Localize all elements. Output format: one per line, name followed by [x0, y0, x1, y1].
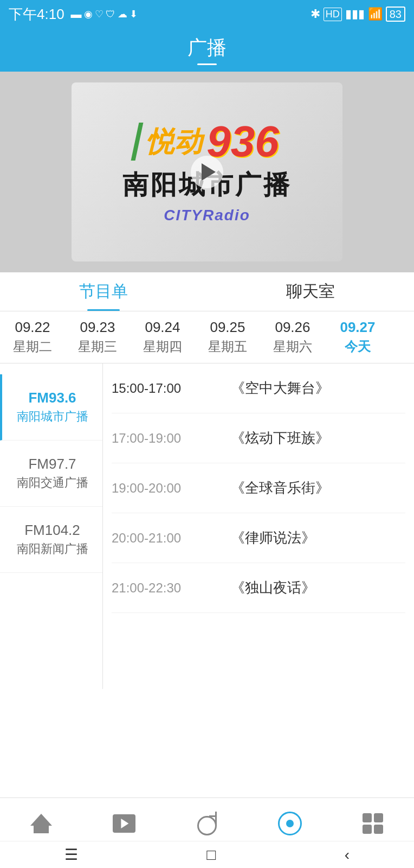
spacer: [0, 689, 414, 770]
schedule-list: 15:00-17:00 《空中大舞台》 17:00-19:00 《炫动下班族》 …: [103, 363, 414, 689]
schedule-item-0[interactable]: 15:00-17:00 《空中大舞台》: [112, 363, 405, 413]
video-icon: [113, 814, 135, 833]
tab-chat[interactable]: 聊天室: [207, 272, 414, 311]
station-fm936[interactable]: FM93.6 南阳城市广播: [0, 374, 102, 441]
status-time: 下午4:10: [9, 5, 64, 24]
grid-icon: [363, 813, 383, 834]
logo-city-radio-en: CITYRadio: [164, 207, 250, 224]
system-home-btn[interactable]: □: [206, 846, 216, 864]
signal-hd-icon: HD: [324, 8, 342, 21]
system-nav: ☰ □ ‹: [0, 841, 414, 868]
date-0925[interactable]: 09.25 星期五: [195, 311, 260, 363]
report-icon-wrap: [195, 811, 219, 836]
status-bar: 下午4:10 ▬ ◉ ♡ 🛡 ☁ ⬇ ✱ HD ▮▮▮ 📶 83: [0, 0, 414, 28]
signal-bars-icon: ▮▮▮: [345, 7, 365, 21]
page-title: 广播: [187, 35, 227, 61]
date-0924[interactable]: 09.24 星期四: [130, 311, 195, 363]
schedule-item-3[interactable]: 20:00-21:00 《律师说法》: [112, 513, 405, 563]
system-back-btn[interactable]: ‹: [345, 846, 350, 864]
mine-icon-wrap: [360, 811, 385, 836]
status-time-area: 下午4:10 ▬ ◉ ♡ 🛡 ☁ ⬇: [9, 5, 138, 24]
top-bar: 广播: [0, 28, 414, 72]
schedule-item-1[interactable]: 17:00-19:00 《炫动下班族》: [112, 413, 405, 463]
station-fm1042[interactable]: FM104.2 南阳新闻广播: [0, 507, 102, 573]
bluetooth-icon: ✱: [310, 7, 320, 21]
date-scroll-bar[interactable]: 09.22 星期二 09.23 星期三 09.24 星期四 09.25 星期五 …: [0, 311, 414, 363]
battery-indicator: 83: [386, 7, 405, 22]
radio-icon-inner: [286, 820, 294, 827]
content-area: FM93.6 南阳城市广播 FM97.7 南阳交通广播 FM104.2 南阳新闻…: [0, 363, 414, 689]
grid-cell-1: [363, 813, 372, 822]
date-0922[interactable]: 09.22 星期二: [0, 311, 65, 363]
schedule-item-2[interactable]: 19:00-20:00 《全球音乐街》: [112, 463, 405, 513]
grid-cell-4: [374, 825, 383, 834]
station-fm977[interactable]: FM97.7 南阳交通广播: [0, 441, 102, 507]
radio-icon-wrap: [277, 811, 302, 836]
title-underline: [197, 63, 217, 65]
report-icon: [197, 812, 217, 835]
station-sidebar: FM93.6 南阳城市广播 FM97.7 南阳交通广播 FM104.2 南阳新闻…: [0, 363, 103, 689]
logo-936: 936: [206, 120, 279, 163]
grid-cell-3: [363, 825, 372, 834]
schedule-item-4[interactable]: 21:00-22:30 《独山夜话》: [112, 563, 405, 613]
system-menu-icon[interactable]: ☰: [64, 846, 78, 864]
date-0926[interactable]: 09.26 星期六: [260, 311, 325, 363]
tab-schedule[interactable]: 节目单: [0, 272, 207, 311]
wifi-icon: 📶: [368, 7, 383, 21]
logo-yuedong: 悦动: [146, 127, 202, 156]
home-icon-wrap: [29, 811, 54, 836]
home-icon: [30, 814, 52, 833]
page-title-area: 广播: [187, 35, 227, 65]
grid-cell-2: [374, 813, 383, 822]
tabs-row: 节目单 聊天室: [0, 272, 414, 311]
date-0923[interactable]: 09.23 星期三: [65, 311, 130, 363]
play-icon: [202, 163, 216, 181]
radio-banner: 悦动 936 南阳城市广播 CITYRadio: [0, 72, 414, 272]
status-icons-area: ✱ HD ▮▮▮ 📶 83: [310, 7, 405, 22]
play-button[interactable]: [191, 156, 223, 188]
slash-decoration: [131, 123, 144, 161]
video-icon-wrap: [112, 811, 137, 836]
radio-icon: [278, 812, 302, 835]
date-0927[interactable]: 09.27 今天: [325, 311, 390, 363]
